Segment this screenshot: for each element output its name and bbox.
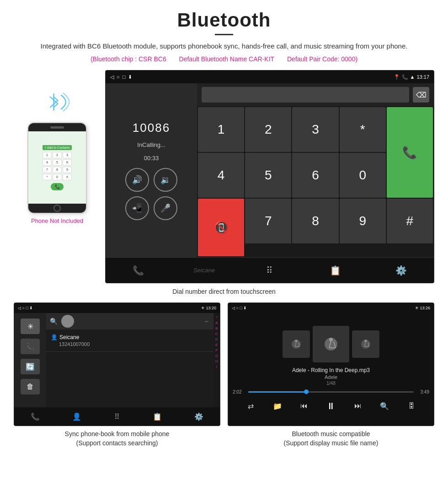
music-next-button[interactable]: ⏭ — [351, 399, 365, 413]
pb-nav-contacts[interactable]: 👤 — [72, 412, 81, 421]
pb-content: ✳ 📞 🔄 🗑 🔍 ← — [14, 313, 220, 407]
pb-nav-dialpad[interactable]: ⠿ — [114, 412, 120, 421]
pb-alpha-index: * A B C D E F G H I — [213, 313, 220, 407]
pb-back-icon[interactable]: ← — [204, 318, 210, 324]
download-icon: ⬇ — [128, 74, 132, 80]
music-play-button[interactable]: ⏸ — [324, 399, 338, 413]
end-call-button[interactable]: 📵 — [198, 199, 244, 256]
dial-left-panel: 10086 InCalling... 00:33 🔊 🔉 📲 🎤 — [106, 83, 197, 257]
alpha-i: I — [213, 364, 220, 370]
phone-mockup: + Add to Contacts 1 2 3 4 5 6 7 8 9 * 0 … — [27, 122, 87, 214]
bottom-screenshots: ◁ ○ □ ⬇ ✳ 13:20 ✳ 📞 🔄 🗑 — [14, 303, 434, 448]
key-star[interactable]: * — [340, 107, 386, 152]
svg-point-7 — [329, 338, 333, 341]
music-progress-bar[interactable] — [248, 391, 414, 393]
key-5[interactable]: 5 — [245, 153, 291, 198]
spec-chip: (Bluetooth chip : CSR BC6 — [91, 55, 166, 63]
dial-status-bar: ◁ ○ □ ⬇ 📍 📞 ▲ 13:17 — [106, 70, 434, 83]
music-track-num: 1/48 — [326, 381, 335, 386]
nav-calls[interactable]: 📞 — [127, 261, 150, 280]
music-progress-dot — [304, 389, 309, 394]
title-section: Bluetooth Integrated with BC6 Bluetooth … — [14, 9, 434, 63]
music-search-button[interactable]: 🔍 — [378, 399, 391, 413]
transfer-button[interactable]: 📲 — [125, 196, 149, 220]
pb-search-avatar — [61, 315, 74, 328]
pb-bt-sidebar-icon[interactable]: ✳ — [21, 319, 40, 334]
music-screenshot: ◁ ○ □ ⬇ ✳ 13:26 — [228, 303, 434, 426]
key-7[interactable]: 7 — [245, 199, 291, 243]
phone-key-9: 9 — [63, 167, 72, 173]
dial-timer: 00:33 — [144, 155, 159, 162]
pb-search-icon[interactable]: 🔍 — [50, 318, 58, 325]
music-album-next — [352, 330, 379, 358]
key-hash[interactable]: # — [387, 199, 433, 243]
pb-nav-settings[interactable]: ⚙️ — [194, 412, 203, 421]
dial-bottom-nav: 📞 Seicane ⠿ 📋 ⚙️ — [106, 257, 434, 283]
time-display: 13:17 — [416, 74, 429, 80]
phone-key-5: 5 — [53, 159, 62, 166]
pb-delete-sidebar-icon[interactable]: 🗑 — [21, 379, 40, 394]
alpha-f: F — [213, 348, 220, 353]
phone-key-star: * — [43, 174, 52, 180]
volume-up-button[interactable]: 🔊 — [125, 168, 149, 192]
music-caption-line1: Bluetooth music compatible — [228, 430, 434, 439]
top-content-area: + Add to Contacts 1 2 3 4 5 6 7 8 9 * 0 … — [14, 70, 434, 283]
mic-button[interactable]: 🎤 — [154, 196, 177, 220]
pb-contact-name: 👤 Seicane — [51, 334, 209, 340]
backspace-button[interactable]: ⌫ — [413, 87, 429, 103]
svg-point-2 — [295, 340, 298, 342]
alpha-g: G — [213, 353, 220, 359]
key-8[interactable]: 8 — [292, 199, 338, 243]
nav-dialpad[interactable]: ⠿ — [258, 261, 281, 280]
alpha-h: H — [213, 359, 220, 364]
page-title: Bluetooth — [14, 9, 434, 31]
phone-call-button: 📞 — [51, 183, 64, 190]
dial-controls: 🔊 🔉 📲 🎤 — [125, 168, 177, 220]
status-right-icons: 📍 📞 ▲ 13:17 — [394, 74, 429, 80]
phone-key-1: 1 — [43, 152, 52, 158]
keypad-grid: 1 2 3 * 📞 4 5 6 0 📵 7 8 9 — [197, 106, 434, 257]
number-input-row: ⌫ — [197, 83, 434, 106]
phone-key-3: 3 — [63, 152, 72, 158]
description-text: Integrated with BC6 Bluetooth module, su… — [14, 41, 434, 52]
home-icon: ○ — [117, 74, 120, 80]
phone-bottom-bar — [28, 204, 86, 213]
pb-contact-item[interactable]: 👤 Seicane 13241007000 — [46, 330, 213, 352]
pb-status-bar: ◁ ○ □ ⬇ ✳ 13:20 — [14, 303, 220, 313]
alpha-d: D — [213, 337, 220, 342]
music-prev-button[interactable]: ⏮ — [297, 399, 311, 413]
music-screen-wrap: ◁ ○ □ ⬇ ✳ 13:26 — [228, 303, 434, 448]
pb-sync-sidebar-icon[interactable]: 🔄 — [21, 359, 40, 374]
phone-speaker — [50, 126, 64, 129]
pb-phone-sidebar-icon[interactable]: 📞 — [21, 339, 40, 354]
phone-home-button — [53, 205, 61, 212]
key-1[interactable]: 1 — [198, 107, 244, 152]
recent-icon: □ — [123, 74, 126, 80]
alpha-star: * — [213, 315, 220, 320]
pb-time: 13:20 — [206, 306, 216, 310]
key-9[interactable]: 9 — [340, 199, 386, 243]
music-equalizer-button[interactable]: 🎛 — [405, 399, 418, 413]
back-icon: ◁ — [110, 74, 114, 80]
number-input-field[interactable] — [202, 87, 409, 103]
pb-nav-transfer[interactable]: 📋 — [153, 412, 162, 421]
call-button[interactable]: 📞 — [387, 107, 433, 198]
key-4[interactable]: 4 — [198, 153, 244, 198]
music-total-time: 3:49 — [416, 389, 429, 394]
dial-status: InCalling... — [137, 141, 165, 148]
nav-contacts[interactable]: 📋 — [324, 261, 347, 280]
music-album-current — [313, 326, 349, 362]
key-3[interactable]: 3 — [292, 107, 338, 152]
volume-down-button[interactable]: 🔉 — [154, 168, 177, 192]
key-2[interactable]: 2 — [245, 107, 291, 152]
music-progress-row: 2:02 3:49 — [233, 389, 429, 394]
phone-key-0: 0 — [53, 174, 62, 180]
key-6[interactable]: 6 — [292, 153, 338, 198]
music-progress-fill — [248, 391, 306, 393]
music-folder-button[interactable]: 📁 — [271, 399, 284, 413]
music-shuffle-button[interactable]: ⇄ — [244, 399, 257, 413]
key-0[interactable]: 0 — [340, 153, 386, 198]
nav-settings[interactable]: ⚙️ — [389, 261, 412, 280]
music-controls: ⇄ 📁 ⏮ ⏸ ⏭ 🔍 🎛 — [233, 399, 429, 413]
pb-nav-calls[interactable]: 📞 — [31, 412, 40, 421]
